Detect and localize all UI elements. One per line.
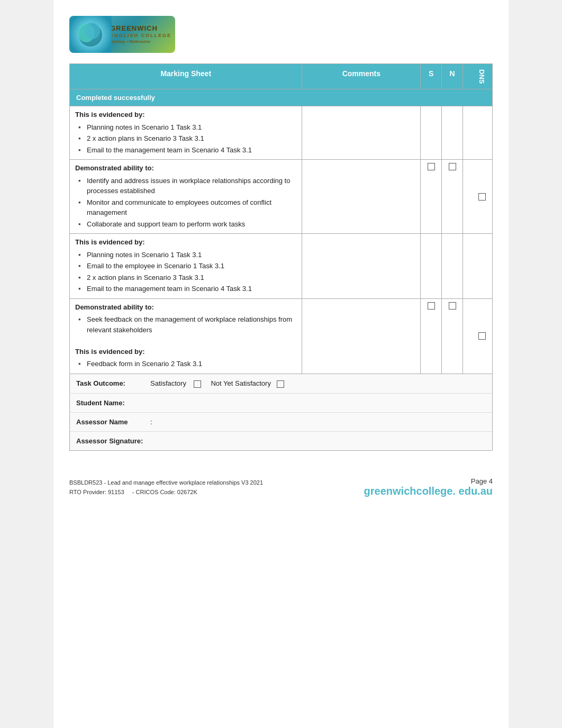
assessor-name-label: Assessor Name [76,418,150,426]
section2-evidence-nys [442,234,463,299]
footer-college-name: greenwichcollege. edu.au [364,485,493,497]
list-item: 2 x action plans in Scenario 3 Task 3.1 [75,133,296,144]
checkbox-dns[interactable] [478,193,486,201]
table-row: This is evidenced by: Planning notes in … [70,106,493,160]
section1-evidence-comments [302,106,421,160]
cricos-label: - CRICOS Code: 02672K [132,489,197,495]
logo-area: GREENWICH ENGLISH COLLEGE Sydney • Melbo… [53,11,509,63]
page: GREENWICH ENGLISH COLLEGE Sydney • Melbo… [53,0,509,728]
assessor-signature-label: Assessor Signature: [76,437,150,445]
section2-evidence-dns [463,234,493,299]
section2-demonstrated-list: Seek feedback on the management of workp… [75,314,296,335]
main-table: Marking Sheet Comments S N DNS Completed… [69,63,493,374]
checkbox-s[interactable] [428,163,435,170]
list-item: Seek feedback on the management of workp… [75,314,296,335]
list-item: Email to the employee in Scenario 1 Task… [75,261,296,271]
list-item: Identify and address issues in workplace… [75,176,296,196]
list-item: Monitor and communicate to employees out… [75,197,296,218]
checkbox-dns-2[interactable] [478,332,486,340]
list-item: Email to the management team in Scenario… [75,145,296,156]
section2-demonstrated-title: Demonstrated ability to: [75,302,296,313]
not-yet-label: Not Yet Satisfactory [211,379,270,387]
section1-demonstrated-cell: Demonstrated ability to: Identify and ad… [70,160,302,234]
task-outcome-label: Task Outcome: [76,379,150,387]
assessor-name-row: Assessor Name : [70,413,492,432]
college-domain: edu.au [459,485,493,497]
section1-evidence-title: This is evidenced by: [75,110,296,120]
outcome-section: Task Outcome: Satisfactory Not Yet Satis… [69,374,493,451]
section2-evidence-s [421,234,442,299]
section1-evidence-dns [463,106,493,160]
section2-demonstrated-cell: Demonstrated ability to: Seek feedback o… [70,298,302,374]
assessor-name-colon: : [150,418,152,426]
list-item: Planning notes in Scenario 1 Task 3.1 [75,250,296,260]
section2-extra-evidence-list: Feedback form in Scenario 2 Task 3.1 [75,359,296,369]
task-outcome-value: Satisfactory Not Yet Satisfactory [150,379,486,388]
section1-demonstrated-comments [302,160,421,234]
header-comments: Comments [302,64,421,89]
list-item: Email to the management team in Scenario… [75,284,296,294]
section1-evidence-cell: This is evidenced by: Planning notes in … [70,106,302,160]
section2-checkbox-nys[interactable] [442,298,463,374]
course-code: BSBLDR523 [69,479,102,486]
svg-point-2 [85,22,100,39]
footer-left: BSBLDR523 - Lead and manage effective wo… [69,478,263,497]
subheader-row: Completed successfully [70,89,493,106]
checkbox-nys-2[interactable] [449,302,456,310]
section1-demonstrated-title: Demonstrated ability to: [75,163,296,174]
section2-evidence-title: This is evidenced by: [75,237,296,248]
table-row: Demonstrated ability to: Identify and ad… [70,160,493,234]
logo-icon [75,20,106,49]
footer-course: BSBLDR523 - Lead and manage effective wo… [69,478,263,488]
college-name: greenwichcollege. [364,485,456,497]
table-row: Demonstrated ability to: Seek feedback o… [70,298,493,374]
section2-extra-evidence-title: This is evidenced by: [75,347,296,357]
list-item: Feedback form in Scenario 2 Task 3.1 [75,359,296,369]
logo: GREENWICH ENGLISH COLLEGE Sydney • Melbo… [69,16,175,53]
section1-evidence-s [421,106,442,160]
section2-evidence-comments [302,234,421,299]
section2-evidence-cell: This is evidenced by: Planning notes in … [70,234,302,299]
section2-checkbox-s[interactable] [421,298,442,374]
section1-demonstrated-list: Identify and address issues in workplace… [75,176,296,230]
checkbox-s-2[interactable] [428,302,435,310]
table-row: This is evidenced by: Planning notes in … [70,234,493,299]
dns-label: DNS [478,69,486,84]
section1-checkbox-s[interactable] [421,160,442,234]
logo-text: GREENWICH ENGLISH COLLEGE Sydney • Melbo… [110,24,171,45]
section2-evidence-list: Planning notes in Scenario 1 Task 3.1 Em… [75,250,296,294]
page-number: Page 4 [364,477,493,485]
assessor-signature-row: Assessor Signature: [70,432,492,450]
student-name-label: Student Name: [76,399,150,407]
satisfactory-checkbox[interactable] [194,380,201,388]
checkbox-nys[interactable] [449,163,456,170]
section1-evidence-list: Planning notes in Scenario 1 Task 3.1 2 … [75,122,296,156]
header-marking-sheet: Marking Sheet [70,64,302,89]
section2-demonstrated-comments [302,298,421,374]
not-yet-checkbox[interactable] [277,380,284,388]
table-header-row: Marking Sheet Comments S N DNS [70,64,493,89]
rto-label: RTO Provider: 91153 [69,489,124,495]
list-item: Planning notes in Scenario 1 Task 3.1 [75,122,296,133]
list-item: 2 x action plans in Scenario 3 Task 3.1 [75,272,296,283]
course-title: - Lead and manage effective workplace re… [104,479,263,486]
header-s: S [421,64,442,89]
task-outcome-row: Task Outcome: Satisfactory Not Yet Satis… [70,374,492,394]
header-dns: DNS [463,64,493,89]
section2-checkbox-dns[interactable] [463,298,493,374]
footer: BSBLDR523 - Lead and manage effective wo… [53,472,509,503]
section1-checkbox-dns[interactable] [463,160,493,234]
subheader-cell: Completed successfully [70,89,493,106]
student-name-row: Student Name: [70,394,492,413]
section1-checkbox-nys[interactable] [442,160,463,234]
footer-right: Page 4 greenwichcollege. edu.au [364,477,493,497]
header-nys: N [442,64,463,89]
section1-evidence-nys [442,106,463,160]
footer-rto: RTO Provider: 91153 - CRICOS Code: 02672… [69,488,263,497]
list-item: Collaborate and support team to perform … [75,219,296,230]
satisfactory-label: Satisfactory [150,379,186,387]
